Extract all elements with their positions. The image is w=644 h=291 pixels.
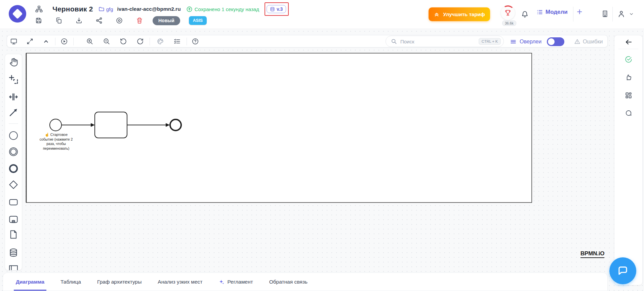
- lasso-tool-icon[interactable]: [8, 74, 18, 84]
- pointing-finger-emoji: ☝: [45, 133, 49, 137]
- tab-bottleneck-analysis[interactable]: Анализ узких мест: [156, 273, 204, 291]
- warning-icon: [574, 38, 580, 45]
- connection-tool-icon[interactable]: [8, 107, 18, 117]
- models-label: Модели: [546, 9, 568, 15]
- palette-icon[interactable]: [157, 38, 164, 45]
- data-store-icon[interactable]: [8, 248, 18, 258]
- tab-table[interactable]: Таблица: [58, 273, 83, 291]
- search-box: CTRL + K: [386, 36, 504, 47]
- copy-icon[interactable]: [55, 17, 63, 24]
- chat-bubble-icon: [616, 264, 629, 277]
- overlays-icon: [510, 38, 517, 45]
- overlays-control: Оверлеи: [510, 35, 564, 48]
- end-event-shape[interactable]: [170, 119, 181, 131]
- toolbar-divider: [55, 38, 55, 45]
- trophy-progress[interactable]: [500, 5, 515, 21]
- search-icon: [391, 38, 397, 45]
- version-badge[interactable]: v.3: [267, 5, 286, 13]
- task-shape[interactable]: [95, 112, 127, 138]
- folder-link[interactable]: gfg: [98, 6, 113, 12]
- sparkle-icon: [218, 279, 225, 285]
- fullscreen-icon[interactable]: [26, 38, 34, 45]
- start-event-shape[interactable]: [50, 119, 62, 131]
- monitor-icon[interactable]: [10, 38, 17, 45]
- comments-icon[interactable]: [625, 109, 632, 117]
- tab-architecture-graph[interactable]: Граф архитектуры: [95, 273, 144, 291]
- plus-icon[interactable]: +: [577, 7, 582, 16]
- thumbs-up-icon[interactable]: [625, 73, 632, 81]
- user-icon: [617, 10, 626, 18]
- undo-icon[interactable]: [120, 38, 127, 45]
- toolbar-divider: [150, 38, 150, 45]
- version-label: v.3: [277, 6, 283, 12]
- toolbar-divider: [73, 38, 74, 45]
- header-divider: [573, 7, 573, 22]
- arrow-left-icon: [625, 38, 633, 46]
- app-logo[interactable]: [9, 5, 26, 23]
- play-icon[interactable]: [61, 38, 68, 45]
- redo-icon[interactable]: [136, 38, 144, 45]
- end-event-icon[interactable]: [8, 163, 18, 174]
- canvas-toolbar: CTRL + K Оверлеи Ошибки: [7, 35, 608, 47]
- collapse-panel-button[interactable]: [614, 37, 642, 47]
- trophy-counter: 36.6k: [502, 21, 516, 26]
- share-icon[interactable]: [95, 17, 103, 24]
- save-status: Сохранено 1 секунду назад: [186, 6, 259, 12]
- organization-icon[interactable]: [601, 10, 609, 18]
- upgrade-button-label: Улучшить тариф: [443, 11, 485, 17]
- status-badge-asis[interactable]: ASIS: [189, 16, 207, 25]
- widgets-icon[interactable]: [625, 92, 632, 99]
- document-title[interactable]: Черновик 2: [52, 5, 93, 13]
- space-tool-icon[interactable]: [8, 92, 18, 102]
- diagram-canvas[interactable]: [0, 29, 644, 291]
- bottom-tab-bar: Диаграмма Таблица Граф архитектуры Анали…: [3, 272, 608, 291]
- toolbar-divider: [187, 38, 187, 45]
- double-chevron-up-icon: [434, 11, 440, 17]
- tab-feedback[interactable]: Обратная связь: [267, 273, 310, 291]
- upgrade-plan-button[interactable]: Улучшить тариф: [429, 7, 490, 21]
- right-panel: [614, 35, 643, 285]
- intermediate-event-icon[interactable]: [8, 147, 18, 157]
- zoom-out-icon[interactable]: [103, 38, 110, 45]
- user-menu[interactable]: [617, 10, 634, 18]
- database-icon: [270, 7, 275, 12]
- hand-tool-icon[interactable]: [8, 57, 18, 67]
- chevron-up-icon[interactable]: [42, 38, 50, 45]
- save-icon[interactable]: [35, 17, 42, 24]
- checklist-icon[interactable]: [173, 38, 181, 45]
- errors-label: Ошибки: [583, 39, 603, 45]
- models-button[interactable]: Модели: [536, 9, 568, 15]
- app-header: Черновик 2 gfg ivan-clear-acc@bpmn2.ru С…: [0, 0, 644, 29]
- gateway-icon[interactable]: [8, 180, 18, 190]
- data-object-icon[interactable]: [8, 229, 18, 240]
- bpmn-diagram: [0, 29, 644, 291]
- bpmn-io-watermark[interactable]: BPMN.iO: [580, 250, 604, 258]
- approve-check-icon[interactable]: [625, 56, 632, 63]
- models-list-icon: [536, 9, 543, 15]
- overlays-label[interactable]: Оверлеи: [520, 39, 541, 45]
- zoom-in-icon[interactable]: [86, 38, 93, 45]
- delete-icon[interactable]: [136, 17, 143, 24]
- diamond-logo-icon: [12, 8, 23, 19]
- bell-icon[interactable]: [521, 10, 529, 19]
- preview-icon[interactable]: [116, 17, 123, 24]
- help-icon[interactable]: [192, 38, 199, 45]
- start-event-icon[interactable]: [8, 131, 18, 141]
- cloud-saved-icon: [186, 6, 193, 12]
- download-icon[interactable]: [75, 17, 83, 24]
- task-icon[interactable]: [8, 197, 18, 207]
- search-input[interactable]: [400, 39, 479, 44]
- errors-control[interactable]: Ошибки: [574, 35, 603, 48]
- palette-divider: [9, 123, 18, 124]
- start-event-label[interactable]: ☝ Стартовое событие (нажмите 2 раза, что…: [39, 133, 74, 151]
- subprocess-icon[interactable]: [8, 214, 18, 224]
- overlays-toggle[interactable]: [547, 37, 564, 46]
- version-badge-wrap: v.3: [265, 4, 287, 14]
- participant-icon[interactable]: [8, 264, 18, 270]
- sitemap-icon[interactable]: [35, 5, 43, 13]
- status-badge-new[interactable]: Новый: [153, 16, 180, 25]
- chat-fab-button[interactable]: [609, 257, 636, 284]
- folder-name: gfg: [106, 6, 113, 12]
- tab-diagram[interactable]: Диаграмма: [14, 273, 46, 291]
- tab-regulation[interactable]: Регламент: [216, 273, 255, 291]
